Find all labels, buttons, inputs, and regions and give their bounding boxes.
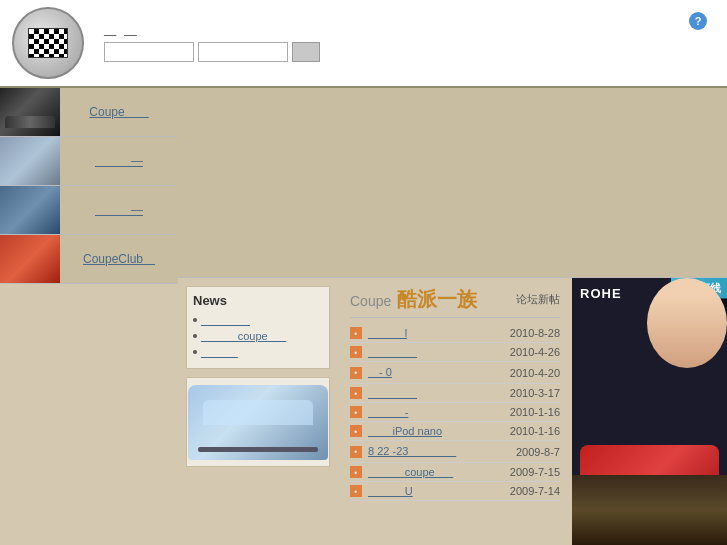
post-row: ▪ ________ 2010-3-17 <box>350 384 560 403</box>
news-bullet-3 <box>193 350 197 354</box>
post-date-4: 2010-3-17 <box>490 387 560 399</box>
ad-panel: 客服离线 请点击留言 ROHE <box>572 278 727 545</box>
post-title-9[interactable]: ______U <box>368 485 484 497</box>
post-title-3[interactable]: - 0 <box>368 365 484 380</box>
car-image-2 <box>0 137 60 185</box>
sidebar-label-1: Coupe <box>60 100 178 125</box>
logo-checkered <box>28 28 68 58</box>
post-icon-8: ▪ <box>350 466 362 478</box>
news-bullet-2 <box>193 334 197 338</box>
content: News ________ ______coupe___ ______ <box>178 88 727 545</box>
post-title-2[interactable]: ________ <box>368 346 484 358</box>
news-title: News <box>193 293 323 308</box>
post-date-1: 2010-8-28 <box>490 327 560 339</box>
forum-title-row: Coupe 酷派一族 <box>350 286 477 313</box>
post-date-2: 2010-4-26 <box>490 346 560 358</box>
post-date-8: 2009-7-15 <box>490 466 560 478</box>
post-row: ▪ ______coupe___ 2009-7-15 <box>350 463 560 482</box>
sidebar-label-3: — <box>60 198 178 223</box>
news-link-1[interactable]: ________ <box>201 314 250 326</box>
post-row: ▪ ______l 2010-8-28 <box>350 324 560 343</box>
header: __ __ ? <box>0 0 727 88</box>
header-link-2[interactable]: __ <box>124 24 136 36</box>
news-item-3: ______ <box>193 346 323 358</box>
ad-brand-label: ROHE <box>580 286 622 301</box>
ad-box[interactable]: 客服离线 请点击留言 ROHE <box>572 278 727 545</box>
search-input-1[interactable] <box>104 42 194 62</box>
post-date-7: 2009-8-7 <box>490 446 560 458</box>
post-row: ▪ ____iPod nano 2010-1-16 <box>350 422 560 441</box>
post-icon-7: ▪ <box>350 446 362 458</box>
post-icon-1: ▪ <box>350 327 362 339</box>
post-icon-5: ▪ <box>350 406 362 418</box>
search-button[interactable] <box>292 42 320 62</box>
post-date-5: 2010-1-16 <box>490 406 560 418</box>
post-title-6[interactable]: ____iPod nano <box>368 425 484 437</box>
post-row: ▪ 8 22 -23 ______ 2009-8-7 <box>350 441 560 463</box>
sidebar-item-coupe[interactable]: Coupe <box>0 88 178 137</box>
post-icon-6: ▪ <box>350 425 362 437</box>
header-link-1[interactable]: __ <box>104 24 116 36</box>
sidebar-thumb-3 <box>0 186 60 234</box>
post-row: ▪ ______- 2010-1-16 <box>350 403 560 422</box>
post-icon-9: ▪ <box>350 485 362 497</box>
forum-new-posts-label: 论坛新帖 <box>516 292 560 307</box>
showcase-car-image <box>188 385 328 460</box>
header-right: __ __ <box>104 24 320 62</box>
post-title-8[interactable]: ______coupe___ <box>368 466 484 478</box>
post-date-3: 2010-4-20 <box>490 367 560 379</box>
logo <box>12 7 84 79</box>
post-row: ▪ ______U 2009-7-14 <box>350 482 560 501</box>
sidebar-label-2: — <box>60 149 178 174</box>
sidebar-item-2[interactable]: — <box>0 137 178 186</box>
post-title-1[interactable]: ______l <box>368 327 484 339</box>
news-bullet-1 <box>193 318 197 322</box>
search-row <box>104 42 320 62</box>
news-item-1: ________ <box>193 314 323 326</box>
news-item-2: ______coupe___ <box>193 330 323 342</box>
forum-header: Coupe 酷派一族 论坛新帖 <box>350 286 560 318</box>
sidebar-item-3[interactable]: — <box>0 186 178 235</box>
post-icon-2: ▪ <box>350 346 362 358</box>
car-image-1 <box>0 88 60 136</box>
sidebar: Coupe — — CoupeClub <box>0 88 178 545</box>
sidebar-label-4: CoupeClub <box>60 247 178 272</box>
forum-title-main: 酷派一族 <box>397 286 477 313</box>
news-box: News ________ ______coupe___ ______ <box>186 286 330 369</box>
post-title-4[interactable]: ________ <box>368 387 484 399</box>
post-title-5[interactable]: ______- <box>368 406 484 418</box>
news-link-3[interactable]: ______ <box>201 346 238 358</box>
post-date-6: 2010-1-16 <box>490 425 560 437</box>
ad-interior <box>572 475 727 545</box>
help-icon[interactable]: ? <box>689 12 707 30</box>
post-list: ▪ ______l 2010-8-28 ▪ ________ 2010-4-26… <box>350 324 560 501</box>
post-date-9: 2009-7-14 <box>490 485 560 497</box>
post-row: ▪ - 0 2010-4-20 <box>350 362 560 384</box>
sidebar-thumb-4 <box>0 235 60 283</box>
main: Coupe — — CoupeClub <box>0 88 727 545</box>
header-links: __ __ <box>104 24 320 36</box>
post-icon-3: ▪ <box>350 367 362 379</box>
forum-title-prefix: Coupe <box>350 293 391 309</box>
post-title-7[interactable]: 8 22 -23 ______ <box>368 444 484 459</box>
top-banner <box>178 88 727 278</box>
post-row: ▪ ________ 2010-4-26 <box>350 343 560 362</box>
post-icon-4: ▪ <box>350 387 362 399</box>
news-link-2[interactable]: ______coupe___ <box>201 330 286 342</box>
sidebar-thumb-2 <box>0 137 60 185</box>
car-image-3 <box>0 186 60 234</box>
car-showcase <box>186 377 330 467</box>
sidebar-thumb-1 <box>0 88 60 136</box>
search-input-2[interactable] <box>198 42 288 62</box>
sidebar-item-coupeclub[interactable]: CoupeClub <box>0 235 178 284</box>
car-image-4 <box>0 235 60 283</box>
bottom-content: News ________ ______coupe___ ______ <box>178 278 727 545</box>
ad-person-image <box>647 278 727 368</box>
left-panel: News ________ ______coupe___ ______ <box>178 278 338 545</box>
forum-area: Coupe 酷派一族 论坛新帖 ▪ ______l 2010-8-28 ▪ __… <box>338 278 572 545</box>
